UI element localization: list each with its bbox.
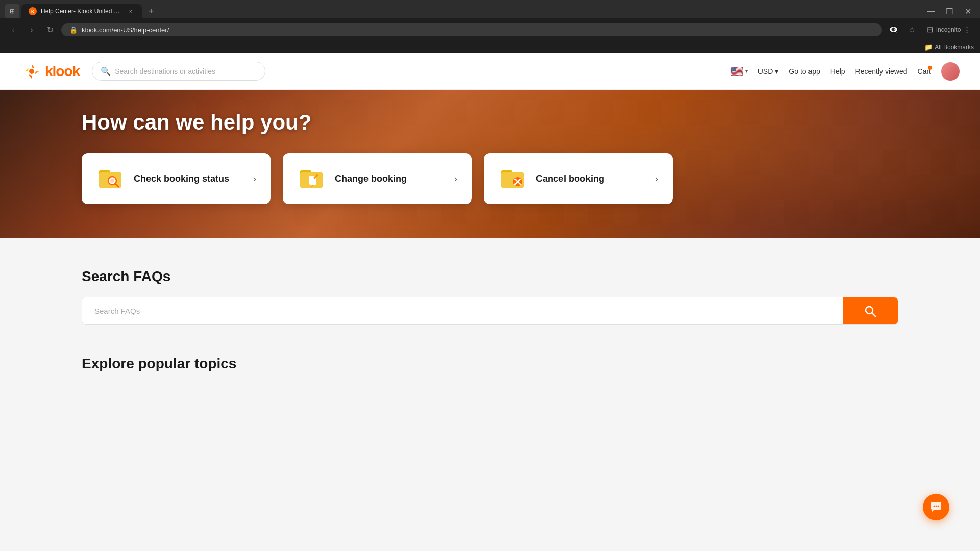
faq-search-wrapper xyxy=(82,297,898,325)
currency-text: USD xyxy=(758,67,773,76)
more-options-icon[interactable]: ⋮ xyxy=(960,22,974,37)
browser-actions: 👁‍🗨 ☆ ⊟ Incognito ⋮ xyxy=(886,22,974,37)
currency-selector[interactable]: USD ▾ xyxy=(758,67,779,76)
bookmark-label[interactable]: All Bookmarks xyxy=(935,44,974,51)
faq-search-button[interactable] xyxy=(843,297,898,324)
check-booking-svg xyxy=(97,165,124,192)
nav-search[interactable]: 🔍 Search destinations or activities xyxy=(92,62,265,81)
browser-chrome: ⊞ K Help Center- Klook United Stat… × + … xyxy=(0,0,980,53)
faqs-section: Search FAQs xyxy=(82,268,898,325)
reload-button[interactable]: ↻ xyxy=(43,22,57,37)
nav-right: 🇺🇸 ▾ USD ▾ Go to app Help Recently viewe… xyxy=(730,62,960,81)
user-avatar[interactable] xyxy=(941,62,960,81)
change-booking-card[interactable]: Change booking › xyxy=(283,153,472,204)
check-booking-icon xyxy=(96,164,125,193)
tab-close-button[interactable]: × xyxy=(127,7,135,15)
faqs-title: Search FAQs xyxy=(82,268,898,285)
faq-search-icon xyxy=(863,304,877,318)
maximize-button[interactable]: ❐ xyxy=(942,4,957,18)
hero-title: How can we help you? xyxy=(82,110,898,135)
star-icon[interactable]: ☆ xyxy=(904,22,919,37)
nav-flag-selector[interactable]: 🇺🇸 ▾ xyxy=(730,65,748,78)
incognito-icon: Incognito xyxy=(941,22,955,37)
cart-button[interactable]: Cart xyxy=(918,67,931,76)
go-to-app-link[interactable]: Go to app xyxy=(789,67,820,76)
chat-button[interactable] xyxy=(923,494,949,520)
faq-search-input[interactable] xyxy=(82,297,843,324)
cancel-booking-label: Cancel booking xyxy=(536,173,646,184)
svg-point-25 xyxy=(938,506,939,507)
svg-line-22 xyxy=(872,313,876,316)
back-button[interactable]: ‹ xyxy=(6,22,20,37)
tab-favicon: K xyxy=(29,7,37,15)
flag-emoji: 🇺🇸 xyxy=(730,65,743,78)
nav-search-placeholder: Search destinations or activities xyxy=(115,67,215,76)
svg-point-1 xyxy=(29,69,34,74)
explore-section: Explore popular topics xyxy=(82,356,898,372)
change-booking-icon xyxy=(297,164,326,193)
cart-dot xyxy=(928,66,932,70)
logo-text: klook xyxy=(45,63,80,80)
svg-point-8 xyxy=(110,179,114,183)
main-content: Search FAQs Explore popular topics xyxy=(0,238,980,403)
minimize-button[interactable]: — xyxy=(924,4,938,18)
svg-point-23 xyxy=(934,506,935,507)
explore-title: Explore popular topics xyxy=(82,356,898,372)
top-nav: klook 🔍 Search destinations or activitie… xyxy=(0,53,980,90)
currency-arrow: ▾ xyxy=(775,67,778,76)
hero-cards: Check booking status › xyxy=(82,153,898,204)
window-controls: — ❐ ✕ xyxy=(924,4,975,18)
cancel-booking-icon xyxy=(498,164,527,193)
klook-logo[interactable]: klook xyxy=(20,60,80,83)
change-booking-arrow: › xyxy=(454,173,457,184)
split-view-icon[interactable]: ⊟ xyxy=(923,22,937,37)
tab-title: Help Center- Klook United Stat… xyxy=(41,8,122,15)
eye-slash-icon[interactable]: 👁‍🗨 xyxy=(886,22,900,37)
bookmark-bar: 📁 All Bookmarks xyxy=(0,41,980,53)
browser-tab-active[interactable]: K Help Center- Klook United Stat… × xyxy=(21,4,142,18)
new-tab-button[interactable]: + xyxy=(144,4,158,18)
cancel-booking-card[interactable]: Cancel booking › xyxy=(484,153,673,204)
klook-logo-icon xyxy=(20,60,43,83)
help-link[interactable]: Help xyxy=(830,67,845,76)
tab-bar: ⊞ K Help Center- Klook United Stat… × + … xyxy=(0,0,980,18)
check-booking-label: Check booking status xyxy=(134,173,244,184)
forward-button[interactable]: › xyxy=(24,22,39,37)
svg-point-24 xyxy=(936,506,937,507)
address-bar[interactable]: 🔒 klook.com/en-US/help-center/ xyxy=(61,23,882,36)
hero-section: How can we help you? xyxy=(0,90,980,238)
check-booking-card[interactable]: Check booking status › xyxy=(82,153,271,204)
cancel-booking-svg xyxy=(499,165,526,192)
website: klook 🔍 Search destinations or activitie… xyxy=(0,53,980,403)
close-button[interactable]: ✕ xyxy=(961,4,975,18)
browser-controls: ‹ › ↻ 🔒 klook.com/en-US/help-center/ 👁‍🗨… xyxy=(0,18,980,41)
nav-search-icon: 🔍 xyxy=(101,66,111,76)
change-booking-svg xyxy=(298,165,325,192)
chat-icon xyxy=(929,500,943,514)
tab-group-selector[interactable]: ⊞ xyxy=(5,4,19,18)
change-booking-label: Change booking xyxy=(335,173,445,184)
address-text: klook.com/en-US/help-center/ xyxy=(82,26,169,34)
flag-dropdown-arrow: ▾ xyxy=(745,68,748,74)
hero-content: How can we help you? xyxy=(0,90,980,204)
check-booking-arrow: › xyxy=(253,173,256,184)
cancel-booking-arrow: › xyxy=(655,173,658,184)
recently-viewed-link[interactable]: Recently viewed xyxy=(855,67,908,76)
